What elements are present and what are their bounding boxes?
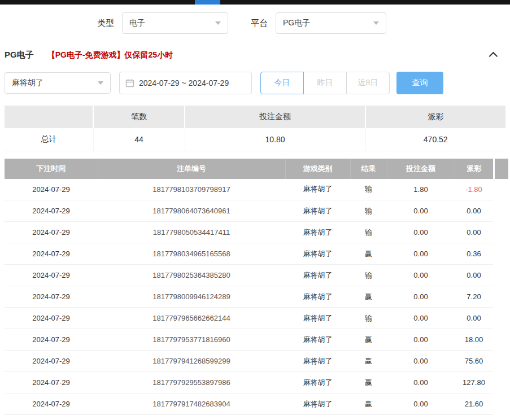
order-id-cell: 1817798050534417411: [98, 222, 285, 243]
game-type-cell: 麻将胡了: [285, 179, 350, 200]
game-type-cell: 麻将胡了: [285, 415, 350, 420]
bet-time-cell: 2024-07-29: [5, 351, 98, 372]
order-id-cell: [98, 415, 285, 420]
scrollbar-gutter-header: [495, 159, 508, 179]
table-row: 2024-07-291817798064073640961麻将胡了输0.000.…: [5, 200, 493, 222]
order-id-cell: 1817797965662662144: [98, 308, 285, 329]
date-range-value: 2024-07-29 ~ 2024-07-29: [139, 78, 229, 88]
summary-total-row: 总计 44 10.80 470.52: [5, 128, 505, 151]
table-row: 2024-07-291817797929553897986麻将胡了赢0.0012…: [5, 372, 493, 393]
table-row: 2024-07-291817798009946124289麻将胡了赢0.007.…: [5, 286, 493, 308]
bet-table-header-cell: 派彩: [455, 159, 493, 179]
game-type-cell: 麻将胡了: [285, 265, 350, 286]
bet-amount-cell: 0.00: [387, 329, 455, 351]
bet-time-cell: 2024-07-29: [5, 243, 98, 265]
calendar-icon: [125, 78, 134, 88]
table-row: 2024-07-291817798034965165568麻将胡了赢0.000.…: [5, 243, 493, 265]
platform-label: 平台: [251, 18, 268, 29]
bet-time-cell: 2024-07-29: [5, 179, 98, 200]
table-row: 2024-07-291817797965662662144麻将胡了输0.000.…: [5, 308, 493, 329]
game-type-cell: 麻将胡了: [285, 372, 350, 393]
summary-header-cell: [5, 106, 93, 128]
order-id-cell: 1817798034965165568: [98, 243, 285, 265]
bet-table-header-cell: 投注金额: [387, 159, 455, 179]
quick-date-button[interactable]: 今日: [260, 72, 304, 94]
payout-cell: 21.60: [455, 393, 493, 415]
game-type-cell: 麻将胡了: [285, 393, 350, 415]
section-title: PG电子: [5, 50, 34, 60]
result-cell: 赢: [350, 329, 387, 351]
bet-amount-cell: 0.00: [387, 286, 455, 308]
table-row: 2024-07-291817798103709798917麻将胡了输1.80-1…: [5, 179, 493, 200]
bet-time-cell: 2024-07-29: [5, 286, 98, 308]
game-type-cell: 麻将胡了: [285, 308, 350, 329]
chevron-down-icon: [98, 81, 103, 85]
result-cell: 赢: [350, 286, 387, 308]
query-filter-row: 麻将胡了 2024-07-29 ~ 2024-07-29 今日昨日近8日 查询: [0, 66, 510, 94]
collapse-chevron-up-icon[interactable]: [489, 52, 498, 61]
result-cell: [350, 415, 387, 420]
table-row: 2024-07-291817798025364385280麻将胡了输0.000.…: [5, 265, 493, 286]
result-cell: 赢: [350, 393, 387, 415]
type-select[interactable]: 电子: [122, 12, 228, 34]
payout-cell: -1.80: [455, 179, 493, 200]
order-id-cell: 1817797941268599299: [98, 351, 285, 372]
quick-date-button-group: 今日昨日近8日: [260, 72, 390, 94]
game-select[interactable]: 麻将胡了: [5, 72, 111, 94]
payout-cell: 127.80: [455, 372, 493, 393]
quick-date-button[interactable]: 昨日: [303, 72, 347, 94]
order-id-cell: 1817798103709798917: [98, 179, 285, 200]
payout-cell: 0.00: [455, 308, 493, 329]
result-cell: 赢: [350, 372, 387, 393]
bet-amount-cell: [387, 415, 455, 420]
bet-time-cell: 2024-07-29: [5, 372, 98, 393]
summary-table: 笔数投注金额派彩 总计 44 10.80 470.52: [5, 106, 505, 151]
table-row: 2024-07-291817798050534417411麻将胡了输0.000.…: [5, 222, 493, 243]
bet-amount-cell: 1.80: [387, 179, 455, 200]
table-row: 2024-07-291817797941268599299麻将胡了赢0.0075…: [5, 351, 493, 372]
bet-table-header-cell: 游戏类别: [285, 159, 350, 179]
bet-amount-cell: 0.00: [387, 393, 455, 415]
game-select-value: 麻将胡了: [12, 78, 43, 88]
payout-cell: 0.00: [455, 200, 493, 222]
game-type-cell: 麻将胡了: [285, 351, 350, 372]
type-select-value: 电子: [129, 18, 145, 28]
date-range-input[interactable]: 2024-07-29 ~ 2024-07-29: [119, 72, 252, 94]
bet-table-header-cell: 下注时间: [5, 159, 98, 179]
platform-select-value: PG电子: [283, 18, 310, 28]
bet-time-cell: 2024-07-29: [5, 329, 98, 351]
result-cell: 赢: [350, 351, 387, 372]
bet-amount-cell: 0.00: [387, 265, 455, 286]
order-id-cell: 1817797953771816960: [98, 329, 285, 351]
bet-time-cell: 2024-07-29: [5, 265, 98, 286]
result-cell: 输: [350, 179, 387, 200]
result-cell: 赢: [350, 243, 387, 265]
bet-amount-cell: 0.00: [387, 200, 455, 222]
quick-date-button[interactable]: 近8日: [346, 72, 390, 94]
summary-header-cell: 投注金额: [185, 106, 365, 128]
summary-total-label: 总计: [5, 128, 93, 151]
platform-select[interactable]: PG电子: [276, 12, 386, 34]
bet-table-body: 2024-07-291817798103709798917麻将胡了输1.80-1…: [5, 179, 493, 420]
table-row: 2024-07-291817797953771816960麻将胡了赢0.0018…: [5, 329, 493, 351]
scrollbar-gutter[interactable]: [495, 159, 508, 179]
bet-table-header-row: 下注时间注单编号游戏类别结果投注金额派彩: [5, 159, 493, 179]
result-cell: 输: [350, 308, 387, 329]
section-notice: 【PG电子-免费游戏】仅保留25小时: [47, 50, 173, 60]
search-button[interactable]: 查询: [396, 72, 443, 94]
order-id-cell: 1817797917482683904: [98, 393, 285, 415]
order-id-cell: 1817797929553897986: [98, 372, 285, 393]
order-id-cell: 1817798009946124289: [98, 286, 285, 308]
summary-header-cell: 派彩: [365, 106, 505, 128]
summary-bet-amount: 10.80: [185, 128, 365, 151]
game-type-cell: 麻将胡了: [285, 243, 350, 265]
bet-table-header-cell: 注单编号: [98, 159, 285, 179]
payout-cell: [455, 415, 493, 420]
bet-table-wrap: 下注时间注单编号游戏类别结果投注金额派彩 2024-07-29181779810…: [5, 159, 510, 420]
table-row: 2024-07-291817797917482683904麻将胡了赢0.0021…: [5, 393, 493, 415]
bet-table-header-cell: 结果: [350, 159, 387, 179]
top-bar: [0, 0, 510, 5]
summary-payout: 470.52: [365, 128, 505, 151]
chevron-down-icon: [373, 21, 379, 25]
top-bar-tab-indicator: [195, 0, 220, 5]
